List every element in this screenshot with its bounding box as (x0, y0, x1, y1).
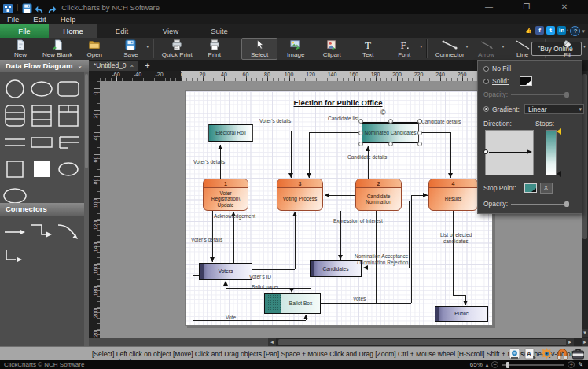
linkedin-icon[interactable]: in (557, 26, 566, 35)
scroll-right-corner-icon[interactable]: ► (582, 338, 588, 346)
help-dropdown-icon[interactable]: ▾ (582, 28, 585, 35)
shape-filled-square[interactable] (31, 159, 52, 179)
diagram-node-voting-process[interactable]: 3Voting Process (277, 179, 323, 211)
shape-small-ellipse[interactable] (57, 160, 80, 179)
diagram-node-voter-registration-update[interactable]: 1VoterRegistration\Update (203, 179, 248, 211)
briefcase-app-icon[interactable] (571, 348, 585, 360)
selection-handle[interactable] (388, 119, 393, 124)
toolbar-button-select[interactable]: Select (241, 38, 277, 60)
toolbar-button-connector[interactable]: Connector▾ (432, 38, 469, 60)
diagram-node-electoral-roll[interactable]: Electoral Roll (208, 124, 253, 142)
toolbar-button-open[interactable]: Open (76, 38, 112, 60)
document-tab[interactable]: *Untitled_0 × (89, 61, 138, 71)
gradient-type-select[interactable]: Linear▾ (524, 104, 584, 114)
dropdown-caret-icon[interactable]: ▾ (146, 43, 149, 49)
shape-circle[interactable] (5, 79, 25, 99)
gradient-stops-bar[interactable] (546, 130, 557, 175)
ribbon-tab-view[interactable]: View (146, 24, 195, 38)
connectors-header[interactable]: Connectors (0, 203, 89, 216)
redo-icon[interactable] (47, 2, 57, 12)
help-icon[interactable]: ? (570, 26, 580, 36)
close-button[interactable]: ✕ (557, 0, 572, 14)
shape-ellipse[interactable] (30, 79, 53, 98)
like-icon[interactable]: 👍 (524, 26, 533, 35)
zoom-in-button[interactable]: + (568, 361, 575, 368)
no-fill-label[interactable]: No Fill (492, 65, 511, 72)
diagram-node-candidates[interactable]: Candidates (310, 260, 362, 277)
shape-open-left-rectangle[interactable] (57, 135, 80, 150)
diagram-node-public[interactable]: Public (435, 306, 488, 322)
ribbon-tab-suite[interactable]: Suite (195, 24, 244, 38)
scroll-right-icon[interactable]: ► (566, 338, 574, 346)
stop-marker-end[interactable] (557, 171, 561, 177)
toolbar-button-text[interactable]: TText (350, 38, 386, 60)
ribbon-tab-home[interactable]: Home (49, 24, 97, 38)
undo-icon[interactable] (35, 2, 44, 12)
toolbar-button-image[interactable]: Image (277, 38, 314, 60)
stop-opacity-slider[interactable] (511, 204, 568, 205)
new-tab-button[interactable]: + (138, 61, 156, 71)
diagram-node-results[interactable]: 4Results (428, 179, 478, 211)
direction-start-handle[interactable] (483, 149, 488, 154)
minimize-button[interactable]: — (481, 0, 497, 14)
tab-close-icon[interactable]: × (130, 61, 134, 71)
solid-color-swatch[interactable] (520, 76, 532, 86)
dropdown-caret-icon[interactable]: ▾ (538, 43, 541, 49)
solid-fill-label[interactable]: Solid: (492, 77, 509, 85)
zoom-slider[interactable] (502, 364, 564, 366)
ribbon-tab-edit[interactable]: Edit (97, 24, 146, 38)
stop-marker-selected[interactable] (557, 128, 561, 135)
shape-rectangle[interactable] (30, 135, 53, 150)
connector-curved-arrow[interactable] (57, 222, 80, 242)
shape-square[interactable] (5, 159, 25, 179)
edit-pencil-icon[interactable]: ✎ (578, 361, 583, 368)
gradient-direction-box[interactable] (485, 130, 534, 175)
gradient-fill-radio[interactable] (483, 106, 489, 112)
toolbar-button-clipart[interactable]: Clipart (314, 38, 350, 60)
selection-handle[interactable] (358, 119, 363, 124)
menu-edit[interactable]: Edit (26, 15, 53, 24)
selection-handle[interactable] (388, 142, 393, 146)
no-fill-radio[interactable] (483, 66, 489, 72)
scroll-down-icon[interactable]: ▼ (582, 329, 588, 337)
eye-app-icon[interactable] (540, 348, 553, 360)
app-logo-icon[interactable] (3, 2, 13, 12)
toolbar-button-new[interactable]: New (2, 38, 39, 60)
twitter-icon[interactable]: t (546, 26, 555, 35)
selection-handle[interactable] (417, 131, 422, 135)
connector-elbow-arrow-2[interactable] (3, 249, 27, 269)
gradient-fill-label[interactable]: Gradient: (492, 105, 520, 113)
save-icon[interactable] (22, 2, 31, 12)
facebook-icon[interactable]: f (535, 26, 544, 35)
diagram-node-ballot-box[interactable]: Ballot Box (264, 293, 321, 314)
toolbar-button-arrow[interactable]: Arrow▾ (469, 38, 505, 60)
solid-fill-radio[interactable] (483, 79, 489, 84)
toolbar-button-print[interactable]: Print (197, 38, 233, 60)
toolbar-button-quick-print[interactable]: Quick Print (158, 38, 197, 60)
diagram-node-candidate-nomination[interactable]: 2CandidateNomination (355, 179, 402, 211)
collapse-caret-icon[interactable]: ^ (566, 28, 568, 34)
toolbar-button-save[interactable]: Save▾ (112, 38, 149, 60)
toolbar-button-line[interactable]: Line▾ (505, 38, 541, 60)
dropdown-caret-icon[interactable]: ▾ (420, 43, 422, 49)
menu-file[interactable]: File (0, 15, 26, 24)
selection-handle[interactable] (417, 142, 422, 146)
stop-color-swatch[interactable] (524, 183, 537, 193)
connector-elbow-arrow[interactable] (30, 222, 53, 242)
scroll-left-icon[interactable]: ◄ (268, 338, 276, 346)
selection-handle[interactable] (358, 131, 363, 135)
toolbar-button-fill[interactable]: Fill▾ (549, 38, 586, 60)
dropdown-caret-icon[interactable]: ▾ (583, 43, 586, 49)
connector-straight-arrow[interactable] (3, 223, 27, 241)
menu-help[interactable]: Help (53, 15, 83, 24)
shape-header-split-rectangle[interactable] (57, 104, 79, 127)
toolbar-button-font[interactable]: FFont▾ (386, 38, 422, 60)
zoom-level[interactable]: 65% (470, 361, 483, 368)
zoom-out-button[interactable]: − (491, 361, 498, 368)
text-app-icon[interactable]: A (524, 348, 538, 360)
shape-rounded-rectangle[interactable] (57, 79, 80, 98)
shape-set-header[interactable]: Data Flow Diagram⌄ (0, 60, 89, 72)
shape-parallel-lines[interactable] (3, 135, 27, 150)
shape-banded-rectangle[interactable] (31, 104, 53, 127)
delete-stop-button[interactable]: X (540, 183, 553, 194)
